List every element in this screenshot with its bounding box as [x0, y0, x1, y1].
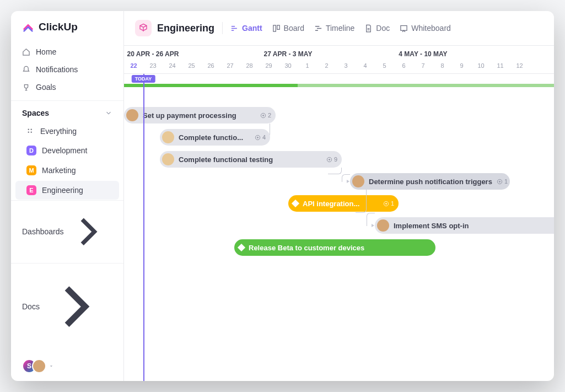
week-label: 20 APR - 26 APR: [124, 46, 220, 60]
subtask-count: 1: [383, 200, 394, 207]
divider: [222, 22, 223, 34]
sidebar-item-marketing[interactable]: M Marketing: [15, 161, 119, 180]
day-label: 5: [375, 60, 394, 73]
workspace-chip[interactable]: Engineering: [135, 20, 214, 36]
task-bar[interactable]: Complete functio... 4: [160, 129, 270, 146]
day-label: 10: [471, 60, 491, 73]
gantt-icon: [230, 24, 239, 33]
day-label: 24: [163, 60, 182, 73]
nav-label: Goals: [36, 83, 56, 92]
grid-dots-icon: [26, 127, 35, 136]
tab-whiteboard[interactable]: Whiteboard: [400, 24, 451, 33]
task-bar[interactable]: Complete functional testing 9: [160, 151, 342, 168]
day-label: 2: [317, 60, 336, 73]
nav-label: Notifications: [36, 65, 78, 74]
sidebar-docs[interactable]: Docs: [11, 263, 123, 350]
home-icon: [22, 48, 30, 56]
task-name: Set up payment processing: [143, 111, 236, 120]
tab-gantt[interactable]: Gantt: [230, 24, 262, 33]
task-bar[interactable]: Determine push notification triggers 1: [350, 173, 510, 190]
bell-icon: [22, 66, 30, 74]
sidebar-item-development[interactable]: D Development: [15, 141, 119, 160]
task-bar[interactable]: Release Beta to customer devices: [234, 239, 435, 256]
sidebar-item-label: Docs: [22, 302, 40, 311]
day-label: 28: [240, 60, 259, 73]
day-label: 4: [356, 60, 375, 73]
tab-board[interactable]: Board: [272, 24, 304, 33]
tab-label: Whiteboard: [411, 24, 451, 33]
nav-notifications[interactable]: Notifications: [11, 61, 123, 78]
task-bar[interactable]: Implement SMS opt-in: [375, 217, 554, 234]
task-bar[interactable]: API integration... 1: [288, 195, 399, 212]
avatar: [162, 131, 174, 143]
week-label: 27 APR - 3 MAY: [220, 46, 356, 60]
timeline-icon: [314, 24, 322, 33]
tab-doc[interactable]: Doc: [364, 24, 390, 33]
gantt-body[interactable]: TODAY Set up payment processing 2: [124, 74, 554, 381]
day-label: 11: [491, 60, 510, 73]
chevron-right-icon: [64, 207, 113, 256]
today-line: [143, 74, 144, 381]
task-name: Implement SMS opt-in: [394, 222, 469, 230]
milestone-icon: [238, 244, 245, 251]
task-bar[interactable]: Set up payment processing 2: [124, 107, 276, 123]
milestone-icon: [292, 200, 299, 207]
day-label: 6: [394, 60, 413, 73]
day-label: 12: [510, 60, 529, 73]
avatar: [126, 109, 138, 121]
sidebar-item-engineering[interactable]: E Engineering: [15, 181, 119, 200]
whiteboard-icon: [400, 24, 408, 33]
day-label: 23: [143, 60, 163, 73]
summary-bar: [124, 84, 554, 87]
today-badge: TODAY: [132, 75, 155, 83]
task-name: Complete functio...: [179, 133, 243, 142]
subtask-count: 1: [497, 178, 508, 185]
subtask-count: 9: [326, 156, 337, 163]
avatar: [377, 219, 389, 232]
tab-label: Gantt: [242, 24, 262, 33]
subtask-icon: [260, 112, 266, 119]
svg-point-2: [28, 131, 30, 133]
spaces-section-header[interactable]: Spaces: [11, 100, 123, 122]
chevron-down-icon: [49, 363, 54, 369]
brand-name: ClickUp: [39, 21, 78, 33]
subtask-icon: [255, 135, 261, 141]
svg-point-3: [31, 131, 33, 133]
sidebar-dashboards[interactable]: Dashboards: [11, 200, 123, 263]
svg-rect-6: [401, 25, 407, 30]
sidebar-item-label: Development: [42, 146, 88, 155]
logo[interactable]: ClickUp: [11, 11, 123, 43]
task-name: Release Beta to customer devices: [249, 244, 364, 252]
sidebar-item-label: Engineering: [42, 186, 83, 195]
section-label: Spaces: [22, 109, 49, 117]
day-label: 7: [413, 60, 433, 73]
day-label: 30: [278, 60, 298, 73]
sidebar-item-everything[interactable]: Everything: [15, 122, 119, 140]
chevron-down-icon: [105, 109, 112, 117]
week-row: 20 APR - 26 APR 27 APR - 3 MAY 4 MAY - 1…: [124, 46, 554, 60]
sidebar-item-label: Dashboards: [22, 227, 64, 236]
day-label: 3: [336, 60, 356, 73]
task-name: Determine push notification triggers: [369, 178, 492, 186]
tab-label: Board: [284, 24, 304, 33]
sidebar-item-label: Marketing: [42, 166, 76, 175]
day-label: 26: [201, 60, 220, 73]
chevron-right-icon: [40, 270, 112, 343]
nav-label: Home: [36, 47, 56, 56]
day-label: 9: [452, 60, 471, 73]
workspace-name: Engineering: [157, 23, 214, 34]
user-avatars[interactable]: S: [11, 351, 123, 381]
tab-timeline[interactable]: Timeline: [314, 24, 354, 33]
space-badge: E: [26, 185, 36, 195]
tab-label: Doc: [376, 24, 390, 33]
nav-goals[interactable]: Goals: [11, 78, 123, 96]
space-badge: D: [26, 146, 36, 155]
trophy-icon: [22, 83, 30, 92]
avatar: [32, 359, 46, 373]
board-icon: [272, 24, 281, 33]
day-label: 8: [433, 60, 452, 73]
day-label: 1: [298, 60, 317, 73]
nav-home[interactable]: Home: [11, 43, 123, 61]
subtask-icon: [497, 179, 503, 185]
task-name: API integration...: [303, 200, 359, 208]
